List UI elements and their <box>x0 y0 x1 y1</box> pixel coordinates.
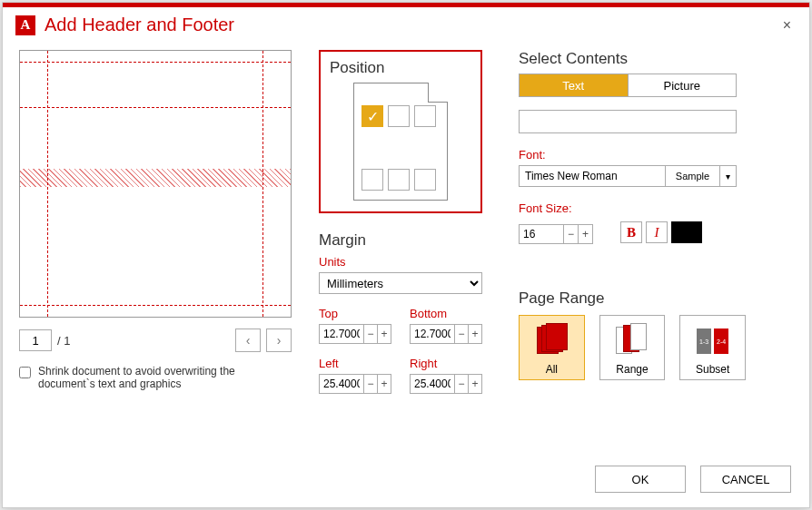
prev-page-button[interactable]: ‹ <box>235 329 261 352</box>
subset-pages-icon: 1-32-4 <box>695 323 731 359</box>
range-range-card[interactable]: Range <box>599 315 666 380</box>
margin-top-minus[interactable]: − <box>364 324 378 344</box>
margin-top-plus[interactable]: + <box>378 324 391 344</box>
middle-column: Position ✓ Margin U <box>319 50 491 394</box>
format-buttons: B I <box>620 221 702 243</box>
margin-left-spinner: − + <box>319 374 391 394</box>
range-subset-label: Subset <box>696 363 729 376</box>
guide-bottom-margin <box>20 305 291 306</box>
units-select[interactable]: Millimeters <box>319 272 482 294</box>
cancel-button[interactable]: CANCEL <box>700 466 791 493</box>
font-label: Font: <box>519 148 746 162</box>
page-fold-icon <box>428 83 448 103</box>
margin-bottom-minus[interactable]: − <box>455 324 469 344</box>
dialog-title: Add Header and Footer <box>45 15 234 35</box>
margin-left-minus[interactable]: − <box>364 374 378 394</box>
range-subset-card[interactable]: 1-32-4 Subset <box>679 315 746 380</box>
margin-right-label: Right <box>410 357 482 370</box>
margin-right-plus[interactable]: + <box>469 374 482 394</box>
font-size-label: Font Size: <box>519 201 746 215</box>
guide-header-line <box>20 107 291 108</box>
font-size-plus[interactable]: + <box>579 224 593 244</box>
margin-left-label: Left <box>319 357 391 370</box>
tab-picture[interactable]: Picture <box>628 74 737 96</box>
all-pages-icon <box>533 323 569 359</box>
font-size-row: − + B I <box>519 221 746 244</box>
right-column: Select Contents Text Picture Font: Times… <box>519 50 746 394</box>
footer-right-slot[interactable] <box>414 169 436 191</box>
page-range-cards: All Range 1-32-4 Subset <box>519 315 746 380</box>
margin-bottom-label: Bottom <box>410 307 482 320</box>
range-all-card[interactable]: All <box>519 315 585 380</box>
header-right-slot[interactable] <box>414 105 436 127</box>
margin-title: Margin <box>319 231 491 250</box>
guide-top-margin <box>20 62 291 63</box>
margin-left-plus[interactable]: + <box>378 374 391 394</box>
header-hatch-region <box>20 169 291 187</box>
color-picker[interactable] <box>671 221 702 243</box>
margin-section: Margin Units Millimeters Top − + <box>319 231 491 394</box>
font-size-input[interactable] <box>519 224 564 244</box>
margin-bottom-input[interactable] <box>410 324 455 344</box>
dialog-window: A Add Header and Footer × / 1 ‹ › <box>2 2 810 508</box>
margin-top-label: Top <box>319 307 391 320</box>
font-sample: Sample <box>665 166 719 186</box>
range-all-label: All <box>546 363 558 376</box>
shrink-label: Shrink document to avoid overwriting the… <box>38 365 292 390</box>
range-range-label: Range <box>616 363 648 376</box>
page-range-title: Page Range <box>519 289 746 308</box>
footer-center-slot[interactable] <box>388 169 410 191</box>
contents-title: Select Contents <box>519 50 746 68</box>
shrink-checkbox-row[interactable]: Shrink document to avoid overwriting the… <box>19 365 292 390</box>
preview-column: / 1 ‹ › Shrink document to avoid overwri… <box>19 50 292 394</box>
ok-button[interactable]: OK <box>595 466 686 493</box>
margin-top-input[interactable] <box>319 324 364 344</box>
header-center-slot[interactable] <box>388 105 410 127</box>
bold-button[interactable]: B <box>620 221 642 243</box>
margin-top-spinner: − + <box>319 324 391 344</box>
units-label: Units <box>319 255 491 269</box>
header-left-slot[interactable]: ✓ <box>361 105 383 127</box>
position-section: Position ✓ <box>319 50 482 213</box>
font-name: Times New Roman <box>520 166 665 186</box>
margin-bottom-spinner: − + <box>410 324 482 344</box>
dialog-buttons: OK CANCEL <box>595 466 791 493</box>
italic-button[interactable]: I <box>646 221 668 243</box>
app-icon: A <box>15 15 35 35</box>
page-number-input[interactable] <box>19 329 52 351</box>
page-preview <box>19 50 292 318</box>
header-slots: ✓ <box>361 105 436 127</box>
next-page-button[interactable]: › <box>266 329 292 352</box>
margin-right-spinner: − + <box>410 374 482 394</box>
pager: / 1 ‹ › <box>19 329 292 352</box>
margin-bottom-plus[interactable]: + <box>469 324 482 344</box>
title-bar: A Add Header and Footer × <box>3 7 809 41</box>
font-selector[interactable]: Times New Roman Sample ▾ <box>519 165 737 187</box>
font-size-minus[interactable]: − <box>564 224 579 244</box>
content-tabs: Text Picture <box>519 74 737 97</box>
font-size-spinner: − + <box>519 224 593 244</box>
shrink-checkbox[interactable] <box>19 367 31 378</box>
chevron-down-icon[interactable]: ▾ <box>719 166 736 186</box>
position-page-icon: ✓ <box>353 83 448 201</box>
range-pages-icon <box>614 323 650 359</box>
content-area: / 1 ‹ › Shrink document to avoid overwri… <box>3 41 809 394</box>
footer-left-slot[interactable] <box>361 169 383 191</box>
margin-left-input[interactable] <box>319 374 364 394</box>
tab-text[interactable]: Text <box>520 74 628 96</box>
footer-slots <box>361 169 436 191</box>
content-text-input[interactable] <box>519 110 737 133</box>
margin-right-input[interactable] <box>410 374 455 394</box>
position-title: Position <box>330 59 471 77</box>
margin-right-minus[interactable]: − <box>455 374 469 394</box>
page-total-label: / 1 <box>57 334 70 348</box>
close-icon[interactable]: × <box>777 15 797 35</box>
